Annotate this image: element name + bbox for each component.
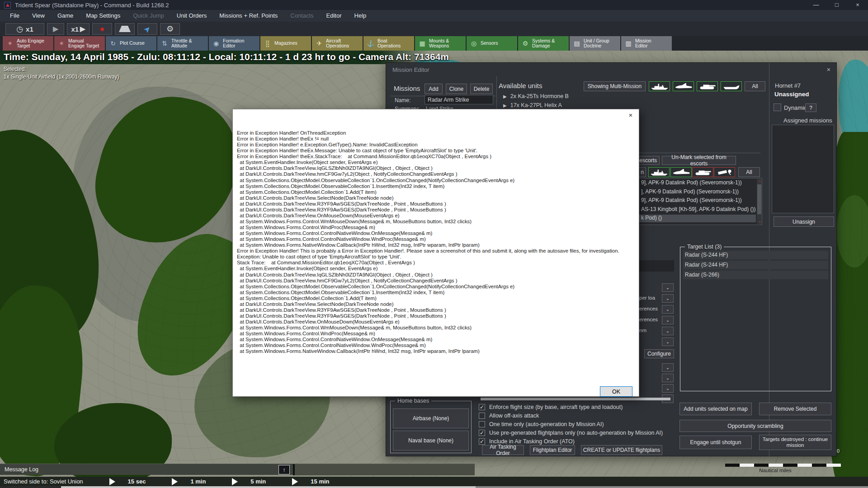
- message-log-bar[interactable]: Message Log ↑: [0, 464, 475, 475]
- targets-destroyed-button[interactable]: Targets destroyed : continue mission: [759, 435, 831, 450]
- airbase-button[interactable]: Airbase (None): [393, 408, 469, 428]
- assigned-missions-list[interactable]: [772, 125, 834, 213]
- delete-mission-button[interactable]: Delete: [470, 84, 493, 94]
- opportunity-scrambling-button[interactable]: Opportunity scrambling: [679, 420, 831, 432]
- escort-list-item[interactable]: ], APK-9 Datalink Pod) (Severomorsk-1)): [639, 188, 756, 196]
- record-button[interactable]: ●: [92, 23, 112, 35]
- option-checkbox[interactable]: [479, 404, 485, 410]
- range-rings-button[interactable]: [115, 23, 135, 35]
- toolbar-button[interactable]: ⣿ Magazines: [260, 36, 311, 51]
- escort-filter-satellite-button[interactable]: [714, 167, 735, 177]
- mission-editor-close-icon[interactable]: ×: [825, 66, 833, 73]
- menu-item[interactable]: Help: [348, 10, 373, 22]
- chevron-down-icon[interactable]: ⌄: [662, 294, 674, 303]
- chevron-down-icon[interactable]: ⌄: [662, 327, 674, 335]
- tree-item[interactable]: ▶17x Ka-27PL Helix A: [503, 102, 562, 108]
- close-button[interactable]: ×: [847, 0, 868, 10]
- create-update-flightplans-button[interactable]: CREATE or UPDATE flightplans: [581, 445, 662, 455]
- horizontal-scrollbar[interactable]: [481, 398, 670, 400]
- toolbar-button[interactable]: ▦ Mounts &Weapons: [415, 36, 466, 51]
- chevron-down-icon[interactable]: ⌄: [662, 305, 674, 314]
- scroll-down-icon[interactable]: ▼: [757, 220, 763, 224]
- maximize-button[interactable]: □: [826, 0, 847, 10]
- toolbar-button[interactable]: ✶ Auto EngageTarget: [3, 36, 53, 51]
- escort-list-item[interactable]: k Pod) (): [639, 215, 756, 222]
- scrollbar-thumb[interactable]: [757, 184, 761, 214]
- chevron-down-icon[interactable]: ⌄: [662, 283, 674, 292]
- time-preset[interactable]: 15 min: [266, 478, 329, 485]
- chevron-down-icon[interactable]: ⌄: [662, 374, 674, 382]
- menu-item[interactable]: Map Settings: [80, 10, 127, 22]
- target-list-item[interactable]: Radar (S-244 HF): [683, 261, 828, 269]
- configure-button[interactable]: Configure: [644, 349, 674, 358]
- expand-arrow-icon[interactable]: ▶: [503, 94, 507, 99]
- chevron-down-icon[interactable]: ⌄: [662, 316, 674, 324]
- filter-ships-button[interactable]: [649, 81, 670, 91]
- mission-name-input[interactable]: Radar Arm Strike: [425, 95, 493, 104]
- escort-filter-aircraft-button[interactable]: [670, 167, 692, 177]
- scroll-up-icon[interactable]: ▲: [757, 179, 763, 183]
- time-speed-button[interactable]: ◷ x1: [5, 23, 44, 35]
- unmark-escorts-button[interactable]: Un-Mark selected from escorts: [662, 156, 736, 165]
- escort-filter-ships-button[interactable]: [648, 167, 670, 177]
- toolbar-button[interactable]: ◎ Sensors: [467, 36, 517, 51]
- menu-item[interactable]: Quick Jump: [127, 10, 170, 22]
- naval-base-button[interactable]: Naval base (None): [393, 431, 469, 450]
- toolbar-button[interactable]: ▥ MissionEditor: [621, 36, 672, 51]
- chevron-down-icon[interactable]: ⌄: [662, 363, 674, 372]
- filter-all-button[interactable]: All: [745, 81, 765, 91]
- filter-aircraft-button[interactable]: [673, 81, 694, 91]
- settings-button[interactable]: ⚙: [160, 23, 180, 35]
- showing-multi-mission-button[interactable]: Showing Multi-Mission: [584, 81, 646, 91]
- add-mission-button[interactable]: Add: [425, 84, 443, 94]
- menu-item[interactable]: View: [26, 10, 51, 22]
- option-checkbox[interactable]: [479, 421, 485, 427]
- time-preset[interactable]: 1 min: [146, 478, 206, 485]
- option-checkbox[interactable]: [479, 413, 485, 419]
- add-units-button[interactable]: Add units selected on map: [679, 403, 752, 415]
- scrollbar-handle[interactable]: [61, 486, 476, 488]
- unassign-button[interactable]: Unassign: [774, 216, 834, 227]
- chevron-down-icon[interactable]: ⌄: [662, 338, 674, 346]
- toolbar-button[interactable]: ↻ Plot Course: [106, 36, 156, 51]
- target-list-item[interactable]: Radar (S-244 HF): [683, 251, 828, 259]
- air-tasking-order-button[interactable]: Air Tasking Order: [482, 445, 524, 455]
- toolbar-button[interactable]: ⚓ BoatOperations: [363, 36, 414, 51]
- play-button[interactable]: ▶: [47, 23, 64, 35]
- remove-selected-button[interactable]: Remove Selected: [759, 403, 831, 415]
- toolbar-button[interactable]: ◉ FormationEditor: [209, 36, 259, 51]
- menu-item[interactable]: Contacts: [284, 10, 320, 22]
- menu-item[interactable]: Game: [51, 10, 80, 22]
- flightplan-editor-button[interactable]: Flightplan Editor: [530, 445, 575, 455]
- escort-list-scrollbar[interactable]: ▲ ▼: [757, 179, 762, 224]
- expand-log-button[interactable]: ↑: [278, 465, 290, 474]
- toolbar-button[interactable]: ✈ AircraftOperations: [312, 36, 363, 51]
- escort-filter-armor-button[interactable]: [692, 167, 713, 177]
- step-button[interactable]: x1▶: [67, 23, 90, 35]
- time-preset[interactable]: 15 sec: [83, 478, 146, 485]
- tree-item[interactable]: ▶2x Ka-25Ts Hormone B: [503, 93, 569, 99]
- escort-list-item[interactable]: 9], APK-9 Datalink Pod) (Severomorsk-1)): [639, 197, 756, 205]
- menu-item[interactable]: File: [4, 10, 26, 22]
- target-list-item[interactable]: Radar (S-266): [683, 271, 828, 279]
- time-preset[interactable]: 5 min: [206, 478, 266, 485]
- escort-list-item[interactable]: AS-13 Kingbolt [Kh-59], APK-9 Datalink P…: [639, 206, 756, 214]
- menu-item[interactable]: Unit Orders: [170, 10, 213, 22]
- toolbar-button[interactable]: ▤ Unit / GroupDoctrine: [570, 36, 620, 51]
- ok-button[interactable]: OK: [600, 386, 632, 397]
- menu-item[interactable]: Missions + Ref. Points: [213, 10, 284, 22]
- filter-armor-button[interactable]: [697, 81, 718, 91]
- dynamic-checkbox[interactable]: [774, 103, 781, 111]
- toolbar-button[interactable]: ✶ ManualEngage Target: [54, 36, 105, 51]
- pointer-mode-button[interactable]: ➤: [137, 23, 157, 35]
- menu-item[interactable]: Editor: [320, 10, 348, 22]
- dialog-close-icon[interactable]: ×: [626, 111, 635, 119]
- escort-list-item[interactable]: 9], APK-9 Datalink Pod) (Severomorsk-1)): [639, 179, 756, 187]
- toolbar-button[interactable]: ⇅ Throttle &Altitude: [157, 36, 208, 51]
- filter-boats-button[interactable]: [721, 81, 742, 91]
- escort-filter-all-button[interactable]: All: [738, 167, 760, 177]
- engage-until-shotgun-button[interactable]: Engage until shotgun: [679, 436, 752, 449]
- option-checkbox[interactable]: [479, 430, 485, 436]
- minimize-button[interactable]: —: [806, 0, 826, 10]
- chevron-down-icon[interactable]: ⌄: [662, 384, 674, 393]
